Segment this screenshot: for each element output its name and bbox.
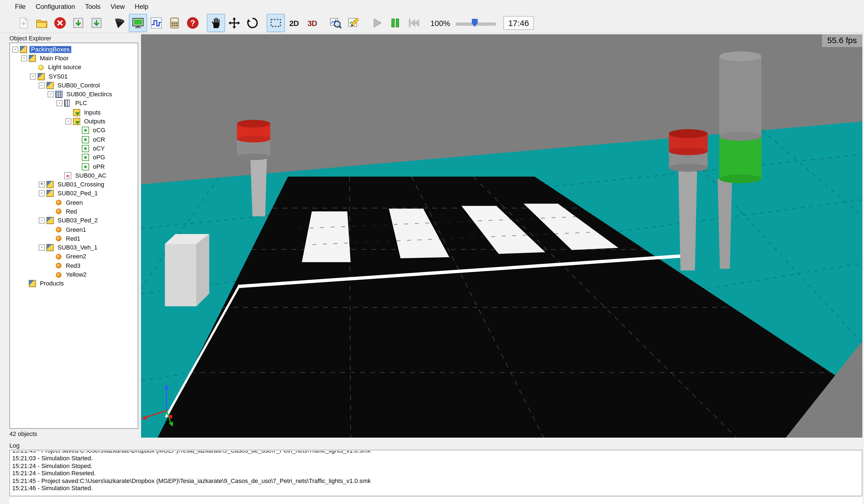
tree-item[interactable]: Light source (10, 63, 138, 72)
log-entry: 15:21:24 - Simulation Stoped. (12, 462, 862, 470)
tree-item-label: PackingBoxes (29, 46, 71, 53)
expander-icon[interactable]: - (30, 73, 36, 80)
lamp-icon (56, 272, 61, 277)
tree-item[interactable]: -SUB00_Electircs (10, 90, 138, 99)
monitor-button[interactable] (129, 14, 147, 32)
tree-item[interactable]: -SYS01 (10, 72, 138, 81)
main-area: Object Explorer -PackingBoxes -Main Floo… (0, 33, 864, 440)
stop-button[interactable] (51, 14, 69, 32)
tree-item-label: Light source (47, 64, 83, 71)
tree-item[interactable]: +SUB01_Crossing (10, 180, 138, 189)
mode-2d-button[interactable]: 2D (285, 14, 303, 32)
menu-file[interactable]: File (10, 1, 31, 12)
toolbar: ? 2D 3D (0, 13, 864, 33)
export-button[interactable] (87, 14, 106, 32)
tree-item[interactable]: -Main Floor (10, 54, 138, 63)
expander-icon[interactable]: - (65, 118, 71, 124)
expander-icon[interactable]: - (39, 218, 45, 224)
tree-item-label: PLC (74, 100, 89, 107)
tag-icon (82, 136, 89, 143)
menu-tools[interactable]: Tools (80, 1, 105, 12)
expander-icon[interactable]: - (57, 100, 62, 107)
tag-icon (82, 154, 89, 161)
tree-item-label: SUB00_AC (74, 172, 108, 179)
tree-item[interactable]: -PLC (10, 99, 138, 108)
bottom-strip (9, 496, 862, 504)
menu-configuration[interactable]: Configuration (31, 1, 80, 12)
tree-item[interactable]: Yellow2 (10, 270, 138, 279)
new-button[interactable] (14, 14, 33, 32)
select-tool-button[interactable] (267, 14, 285, 32)
3d-scene[interactable] (141, 34, 862, 437)
tree-item[interactable]: -SUB03_Ped_2 (10, 216, 138, 225)
rotate-tool-button[interactable] (243, 14, 262, 32)
waveform-button[interactable] (147, 14, 165, 32)
tree-item[interactable]: -Outputs (10, 117, 138, 126)
menu-view[interactable]: View (106, 1, 130, 12)
tree-item[interactable]: Green2 (10, 252, 138, 261)
tree-item[interactable]: -PackingBoxes (10, 45, 138, 54)
tree-item[interactable]: oPG (10, 153, 138, 162)
slider-handle[interactable] (471, 19, 478, 27)
3d-viewport[interactable]: 55.6 fps (141, 34, 862, 437)
pause-button[interactable] (386, 14, 404, 32)
tree-item-label: oCR (91, 136, 107, 143)
pause-icon (389, 16, 401, 29)
tree-item-label: SUB03_Ped_2 (56, 217, 99, 224)
play-button[interactable] (368, 14, 386, 32)
tree-item-label: SUB02_Ped_1 (56, 190, 99, 197)
expander-icon[interactable]: - (39, 244, 45, 251)
tree-item[interactable]: SUB00_AC (10, 171, 138, 180)
tree-item[interactable]: -SUB03_Veh_1 (10, 243, 138, 252)
log-entry: 15:21:03 - Simulation Started. (12, 455, 862, 462)
tree-item[interactable]: Red (10, 207, 138, 216)
cone-button[interactable] (111, 14, 129, 32)
expander-icon[interactable]: - (39, 82, 45, 88)
expander-icon[interactable]: + (39, 181, 45, 188)
calculator-button[interactable] (165, 14, 184, 32)
white-box[interactable] (165, 234, 209, 306)
system-icon (47, 190, 53, 197)
calculator-icon (168, 16, 181, 29)
system-icon (47, 244, 53, 251)
tree-item[interactable]: oCY (10, 144, 138, 153)
open-button[interactable] (33, 14, 51, 32)
tree-item[interactable]: Products (10, 279, 138, 288)
tree-item[interactable]: -SUB00_Control (10, 81, 138, 90)
expander-icon[interactable]: - (39, 191, 45, 197)
mode-3d-button[interactable]: 3D (303, 14, 321, 32)
reset-button[interactable] (404, 14, 423, 32)
tree-item-label: Red (64, 208, 79, 215)
tree-item-label: Green1 (64, 226, 88, 233)
tree-item[interactable]: oPR (10, 162, 138, 171)
zoom-chart-button[interactable] (326, 14, 345, 32)
import-button[interactable] (69, 14, 87, 32)
tree-item[interactable]: -SUB02_Ped_1 (10, 189, 138, 198)
tree-item[interactable]: Red3 (10, 261, 138, 270)
help-button[interactable]: ? (184, 14, 202, 32)
tree-item[interactable]: Red1 (10, 234, 138, 243)
tree-item[interactable]: Inputs (10, 108, 138, 117)
monitor-icon (132, 16, 144, 29)
pan-tool-button[interactable] (207, 14, 225, 32)
expander-icon[interactable]: - (48, 91, 53, 97)
expander-icon[interactable]: - (21, 55, 27, 61)
tag-icon (82, 127, 89, 134)
tree-item-label: Yellow2 (64, 271, 88, 278)
down-arrow-icon (90, 16, 103, 29)
tree-item[interactable]: oCR (10, 135, 138, 144)
object-explorer-title: Object Explorer (9, 34, 138, 43)
expander-icon[interactable]: - (12, 46, 18, 52)
tree-item[interactable]: Green1 (10, 225, 138, 234)
move-tool-button[interactable] (225, 14, 243, 32)
tree-item-label: Outputs (82, 118, 107, 125)
tree-item[interactable]: Green (10, 198, 138, 207)
speed-slider[interactable] (456, 18, 496, 28)
tree-item-label: SYS01 (47, 73, 69, 80)
tree-item-label: Red1 (64, 235, 82, 242)
object-tree[interactable]: -PackingBoxes -Main Floor Light source -… (9, 43, 138, 429)
log-entry: 15:21:24 - Simulation Reseted. (12, 470, 862, 477)
edit-chart-button[interactable] (345, 14, 363, 32)
menu-help[interactable]: Help (130, 1, 153, 12)
tree-item[interactable]: oCG (10, 126, 138, 135)
